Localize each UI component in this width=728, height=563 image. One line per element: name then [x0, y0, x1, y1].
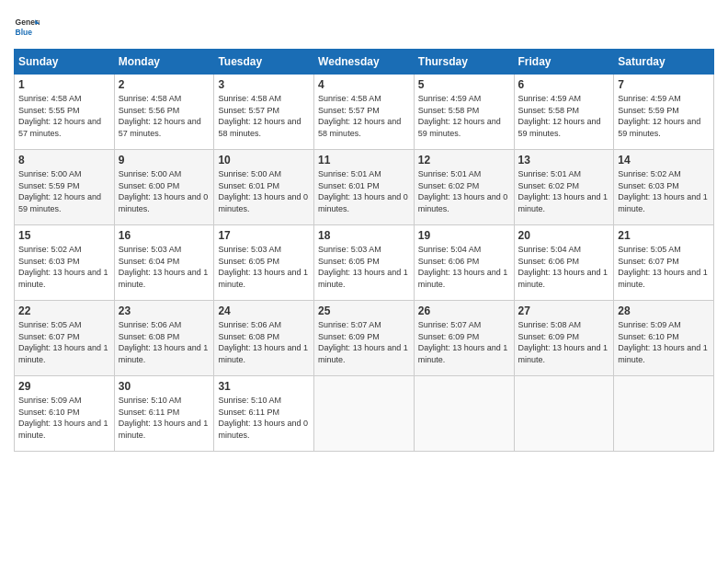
day-number: 18	[318, 229, 410, 242]
day-info: Sunrise: 5:08 AMSunset: 6:09 PMDaylight:…	[518, 320, 609, 364]
day-number: 30	[119, 380, 210, 393]
calendar-cell: 8 Sunrise: 5:00 AMSunset: 5:59 PMDayligh…	[15, 150, 115, 225]
day-number: 21	[618, 229, 710, 242]
calendar-week-row: 15 Sunrise: 5:02 AMSunset: 6:03 PMDaylig…	[15, 225, 714, 301]
day-number: 2	[119, 78, 210, 91]
day-info: Sunrise: 5:07 AMSunset: 6:09 PMDaylight:…	[418, 320, 508, 364]
day-number: 14	[618, 154, 710, 167]
calendar-cell: 11 Sunrise: 5:01 AMSunset: 6:01 PMDaylig…	[314, 150, 415, 225]
calendar-cell: 31 Sunrise: 5:10 AMSunset: 6:11 PMDaylig…	[214, 376, 314, 452]
day-info: Sunrise: 4:58 AMSunset: 5:57 PMDaylight:…	[318, 94, 401, 138]
day-info: Sunrise: 5:07 AMSunset: 6:09 PMDaylight:…	[318, 320, 408, 364]
day-info: Sunrise: 5:05 AMSunset: 6:07 PMDaylight:…	[618, 245, 708, 289]
calendar-cell: 6 Sunrise: 4:59 AMSunset: 5:58 PMDayligh…	[514, 75, 614, 150]
calendar-cell: 21 Sunrise: 5:05 AMSunset: 6:07 PMDaylig…	[614, 225, 714, 301]
calendar-cell: 15 Sunrise: 5:02 AMSunset: 6:03 PMDaylig…	[15, 225, 115, 301]
day-number: 27	[518, 304, 610, 317]
day-info: Sunrise: 5:09 AMSunset: 6:10 PMDaylight:…	[18, 396, 108, 440]
day-number: 25	[318, 304, 410, 317]
day-info: Sunrise: 5:02 AMSunset: 6:03 PMDaylight:…	[618, 169, 708, 213]
calendar-cell	[514, 376, 614, 452]
day-number: 15	[18, 229, 110, 242]
weekday-header: Wednesday	[314, 50, 415, 75]
day-number: 10	[218, 154, 310, 167]
calendar-cell	[314, 376, 415, 452]
calendar-cell: 3 Sunrise: 4:58 AMSunset: 5:57 PMDayligh…	[214, 75, 314, 150]
day-number: 7	[618, 78, 710, 91]
calendar-week-row: 1 Sunrise: 4:58 AMSunset: 5:55 PMDayligh…	[15, 75, 714, 150]
day-number: 29	[18, 380, 110, 393]
calendar-cell: 10 Sunrise: 5:00 AMSunset: 6:01 PMDaylig…	[214, 150, 314, 225]
weekday-header: Sunday	[15, 50, 115, 75]
day-number: 22	[18, 304, 110, 317]
day-info: Sunrise: 5:02 AMSunset: 6:03 PMDaylight:…	[18, 245, 108, 289]
calendar-cell: 1 Sunrise: 4:58 AMSunset: 5:55 PMDayligh…	[15, 75, 115, 150]
calendar-cell	[614, 376, 714, 452]
day-info: Sunrise: 4:59 AMSunset: 5:58 PMDaylight:…	[518, 94, 601, 138]
calendar-cell: 24 Sunrise: 5:06 AMSunset: 6:08 PMDaylig…	[214, 301, 314, 376]
weekday-header-row: SundayMondayTuesdayWednesdayThursdayFrid…	[15, 50, 714, 75]
day-number: 13	[518, 154, 610, 167]
day-number: 8	[18, 154, 110, 167]
weekday-header: Friday	[514, 50, 614, 75]
day-info: Sunrise: 5:01 AMSunset: 6:02 PMDaylight:…	[518, 169, 609, 213]
calendar-cell: 22 Sunrise: 5:05 AMSunset: 6:07 PMDaylig…	[15, 301, 115, 376]
day-info: Sunrise: 5:00 AMSunset: 6:01 PMDaylight:…	[218, 169, 308, 213]
day-number: 17	[218, 229, 310, 242]
day-number: 1	[18, 78, 110, 91]
day-number: 23	[119, 304, 210, 317]
day-info: Sunrise: 5:04 AMSunset: 6:06 PMDaylight:…	[418, 245, 508, 289]
day-number: 6	[518, 78, 610, 91]
calendar-cell: 25 Sunrise: 5:07 AMSunset: 6:09 PMDaylig…	[314, 301, 415, 376]
day-info: Sunrise: 5:03 AMSunset: 6:04 PMDaylight:…	[119, 245, 209, 289]
header: General Blue	[14, 14, 714, 40]
day-info: Sunrise: 5:03 AMSunset: 6:05 PMDaylight:…	[218, 245, 308, 289]
calendar-cell: 4 Sunrise: 4:58 AMSunset: 5:57 PMDayligh…	[314, 75, 415, 150]
day-number: 24	[218, 304, 310, 317]
day-number: 16	[119, 229, 210, 242]
day-info: Sunrise: 4:58 AMSunset: 5:55 PMDaylight:…	[18, 94, 101, 138]
calendar-cell: 7 Sunrise: 4:59 AMSunset: 5:59 PMDayligh…	[614, 75, 714, 150]
calendar-cell: 12 Sunrise: 5:01 AMSunset: 6:02 PMDaylig…	[414, 150, 514, 225]
weekday-header: Monday	[114, 50, 214, 75]
day-info: Sunrise: 5:01 AMSunset: 6:01 PMDaylight:…	[318, 169, 408, 213]
calendar-cell: 13 Sunrise: 5:01 AMSunset: 6:02 PMDaylig…	[514, 150, 614, 225]
calendar-cell: 20 Sunrise: 5:04 AMSunset: 6:06 PMDaylig…	[514, 225, 614, 301]
calendar-cell: 28 Sunrise: 5:09 AMSunset: 6:10 PMDaylig…	[614, 301, 714, 376]
calendar-week-row: 29 Sunrise: 5:09 AMSunset: 6:10 PMDaylig…	[15, 376, 714, 452]
day-number: 28	[618, 304, 710, 317]
calendar-cell: 18 Sunrise: 5:03 AMSunset: 6:05 PMDaylig…	[314, 225, 415, 301]
weekday-header: Saturday	[614, 50, 714, 75]
logo[interactable]: General Blue	[14, 14, 40, 40]
day-number: 19	[418, 229, 510, 242]
calendar-week-row: 22 Sunrise: 5:05 AMSunset: 6:07 PMDaylig…	[15, 301, 714, 376]
calendar-table: SundayMondayTuesdayWednesdayThursdayFrid…	[14, 49, 714, 452]
calendar-cell: 27 Sunrise: 5:08 AMSunset: 6:09 PMDaylig…	[514, 301, 614, 376]
svg-text:Blue: Blue	[16, 28, 33, 37]
day-number: 9	[119, 154, 210, 167]
weekday-header: Tuesday	[214, 50, 314, 75]
calendar-cell: 30 Sunrise: 5:10 AMSunset: 6:11 PMDaylig…	[114, 376, 214, 452]
day-info: Sunrise: 5:05 AMSunset: 6:07 PMDaylight:…	[18, 320, 108, 364]
logo-icon: General Blue	[14, 14, 40, 40]
day-number: 4	[318, 78, 410, 91]
calendar-cell	[414, 376, 514, 452]
calendar-cell: 5 Sunrise: 4:59 AMSunset: 5:58 PMDayligh…	[414, 75, 514, 150]
weekday-header: Thursday	[414, 50, 514, 75]
day-info: Sunrise: 5:06 AMSunset: 6:08 PMDaylight:…	[119, 320, 209, 364]
calendar-cell: 29 Sunrise: 5:09 AMSunset: 6:10 PMDaylig…	[15, 376, 115, 452]
day-info: Sunrise: 5:00 AMSunset: 6:00 PMDaylight:…	[119, 169, 209, 213]
day-number: 12	[418, 154, 510, 167]
calendar-cell: 17 Sunrise: 5:03 AMSunset: 6:05 PMDaylig…	[214, 225, 314, 301]
calendar-cell: 9 Sunrise: 5:00 AMSunset: 6:00 PMDayligh…	[114, 150, 214, 225]
day-number: 20	[518, 229, 610, 242]
day-number: 31	[218, 380, 310, 393]
calendar-cell: 23 Sunrise: 5:06 AMSunset: 6:08 PMDaylig…	[114, 301, 214, 376]
day-info: Sunrise: 5:03 AMSunset: 6:05 PMDaylight:…	[318, 245, 408, 289]
calendar-cell: 16 Sunrise: 5:03 AMSunset: 6:04 PMDaylig…	[114, 225, 214, 301]
calendar-week-row: 8 Sunrise: 5:00 AMSunset: 5:59 PMDayligh…	[15, 150, 714, 225]
day-info: Sunrise: 5:10 AMSunset: 6:11 PMDaylight:…	[218, 396, 308, 440]
day-number: 26	[418, 304, 510, 317]
calendar-cell: 19 Sunrise: 5:04 AMSunset: 6:06 PMDaylig…	[414, 225, 514, 301]
day-info: Sunrise: 5:04 AMSunset: 6:06 PMDaylight:…	[518, 245, 609, 289]
